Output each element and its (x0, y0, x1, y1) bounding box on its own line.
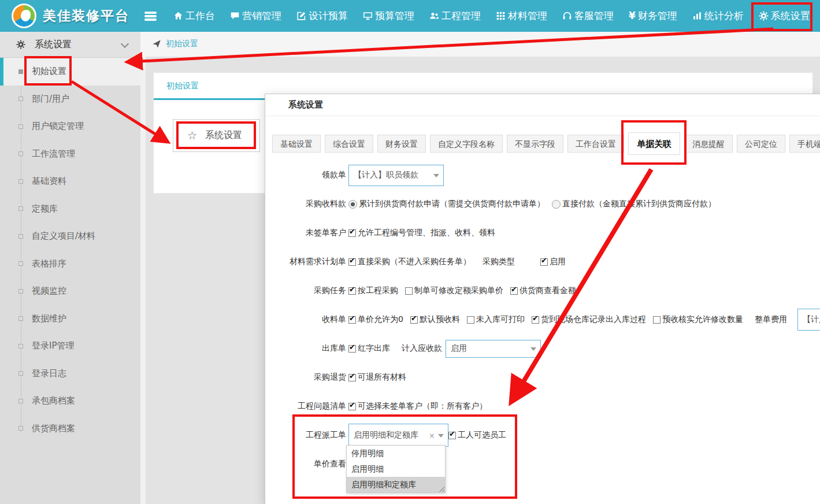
sidebar-item-label: 用户锁定管理 (32, 121, 84, 132)
sidebar-item-视频监控[interactable]: 视频监控 (0, 277, 140, 305)
sidebar-item-定额库[interactable]: 定额库 (0, 195, 140, 223)
nav-item-label: 营销管理 (242, 9, 281, 23)
select-收料单[interactable]: 【计入 (797, 309, 820, 331)
dialog-tab-消息提醒[interactable]: 消息提醒 (684, 135, 733, 153)
sidebar-item-基础资料[interactable]: 基础资料 (0, 168, 140, 195)
brand-title: 美佳装修平台 (43, 7, 129, 25)
inline-label: 计入应收款 (402, 343, 442, 354)
form-row-材料需求计划单: 材料需求计划单✔直接采购（不进入采购任务单）采购类型✔启用 (265, 247, 820, 276)
nav-item-设计预算[interactable]: 设计预算 (296, 0, 348, 32)
sidebar-item-登录IP管理[interactable]: 登录IP管理 (0, 332, 140, 360)
checkbox-label: 按工程采购 (358, 286, 398, 296)
sidebar-item-供货商档案[interactable]: 供货商档案 (0, 415, 140, 443)
dialog-tab-工作台设置[interactable]: 工作台设置 (567, 135, 624, 153)
clear-icon[interactable]: × (429, 431, 435, 440)
checkbox[interactable]: ✔ (348, 287, 356, 295)
radio-label: 直接付款（金额直接累计到供货商应付款） (562, 199, 716, 209)
checkbox[interactable]: ✔ (510, 287, 518, 295)
tree-bullet-icon (18, 151, 23, 156)
radio-button[interactable] (552, 200, 561, 209)
breadcrumb-bar: 初始设置 (140, 32, 820, 57)
nav-item-工程管理[interactable]: 工程管理 (429, 0, 481, 32)
dialog-tab-手机端[interactable]: 手机端 (789, 135, 820, 153)
checkbox[interactable]: ✔ (448, 432, 456, 439)
checkbox[interactable]: ✔ (540, 258, 548, 266)
select-value: 【计入】职员领款 (354, 170, 418, 180)
grid-icon (496, 11, 506, 21)
dropdown-option-启用明细[interactable]: 启用明细 (347, 461, 445, 477)
tab-initial-settings[interactable]: 初始设置 (166, 73, 199, 98)
sidebar-item-label: 基础资料 (32, 176, 66, 187)
nav-item-客服管理[interactable]: 客服管理 (562, 0, 614, 32)
tree-bullet-icon (18, 316, 23, 321)
breadcrumb[interactable]: 初始设置 (166, 39, 198, 49)
form-row-收料单: 收料单✔单价允许为0✔默认预收料未入库可打印✔货到现场仓库记录出入库过程预收核实… (265, 305, 820, 334)
nav-item-工作台[interactable]: 工作台 (173, 0, 215, 32)
checkbox[interactable]: ✔ (410, 316, 418, 324)
sidebar-header[interactable]: 系统设置 (0, 32, 140, 58)
nav-item-统计分析[interactable]: 统计分析 (692, 0, 744, 32)
dialog-tab-财务设置[interactable]: 财务设置 (377, 135, 426, 153)
checkbox-label: 可选择未签单客户（即：所有客户） (358, 401, 487, 412)
checkbox-label: 预收核实允许修改数量 (662, 314, 743, 325)
row-label: 采购退货 (265, 372, 346, 383)
users-icon (429, 11, 439, 21)
sidebar-item-自定义项目/材料[interactable]: 自定义项目/材料 (0, 223, 140, 250)
chart-icon (692, 11, 702, 21)
sidebar-item-表格排序[interactable]: 表格排序 (0, 250, 140, 278)
sidebar-item-label: 工作流管理 (32, 149, 75, 160)
sidebar-item-用户锁定管理[interactable]: 用户锁定管理 (0, 113, 140, 140)
nav-item-财务管理[interactable]: ¥财务管理 (629, 0, 677, 32)
sidebar-item-初始设置[interactable]: 初始设置 (0, 58, 140, 86)
select-value: 启用明细和定额库 (354, 430, 418, 440)
sidebar-item-工作流管理[interactable]: 工作流管理 (0, 140, 140, 168)
checkbox[interactable]: ✔ (348, 345, 356, 353)
dialog-tab-单据关联[interactable]: 单据关联 (628, 132, 680, 155)
checkbox[interactable]: ✔ (532, 316, 539, 324)
resize-grip-icon[interactable] (438, 486, 444, 492)
checkbox[interactable]: ✔ (348, 258, 356, 266)
sidebar-item-承包商档案[interactable]: 承包商档案 (0, 387, 140, 415)
checkbox[interactable] (405, 287, 413, 295)
checkbox[interactable]: ✔ (348, 403, 356, 410)
checkbox[interactable]: ✔ (348, 316, 356, 324)
select-出库单[interactable]: 启用 (446, 340, 541, 358)
checkbox[interactable]: ✔ (348, 374, 356, 381)
checkbox-label: 工人可选员工 (458, 430, 506, 440)
checkbox[interactable] (467, 316, 474, 324)
sidebar-item-数据维护[interactable]: 数据维护 (0, 305, 140, 333)
hamburger-menu-icon[interactable] (144, 12, 157, 14)
select-领款单[interactable]: 【计入】职员领款 (348, 165, 444, 186)
sidebar-item-label: 供货商档案 (32, 423, 75, 434)
checkbox-label: 可退所有材料 (358, 372, 406, 383)
system-settings-shortcut-button[interactable]: ☆ 系统设置 (173, 119, 260, 152)
checkbox[interactable]: ✔ (348, 229, 356, 237)
dialog-tab-公司定位[interactable]: 公司定位 (737, 135, 785, 153)
checkbox[interactable] (653, 316, 661, 324)
content-left-strip (140, 57, 146, 504)
dropdown-option-启用明细和定额库[interactable]: 启用明细和定额库 (347, 477, 445, 492)
sidebar-item-部门/用户[interactable]: 部门/用户 (0, 86, 140, 113)
select-工程派工单[interactable]: 启用明细和定额库× (348, 424, 448, 447)
radio-button[interactable] (348, 200, 357, 209)
nav-item-系统设置[interactable]: 系统设置 (759, 0, 810, 32)
dialog-tab-基础设置[interactable]: 基础设置 (272, 135, 321, 153)
nav-item-预算管理[interactable]: 预算管理 (363, 0, 414, 32)
form-row-工程问题清单: 工程问题清单✔可选择未签单客户（即：所有客户） (265, 392, 820, 421)
star-icon: ☆ (187, 130, 197, 141)
dropdown-option-停用明细[interactable]: 停用明细 (347, 446, 445, 461)
sidebar-item-label: 初始设置 (32, 66, 66, 77)
caret-down-icon (530, 347, 536, 351)
nav-item-营销管理[interactable]: 营销管理 (230, 0, 281, 32)
dialog-tab-不显示字段[interactable]: 不显示字段 (507, 135, 563, 153)
dialog-tab-自定义字段名称[interactable]: 自定义字段名称 (430, 135, 503, 153)
row-label: 单价查看 (265, 459, 346, 469)
navigation-arrow-icon (152, 39, 161, 49)
inline-label: 采购类型 (483, 257, 515, 267)
nav-item-材料管理[interactable]: 材料管理 (496, 0, 547, 32)
checkbox-label: 允许工程编号管理、指派、收料、领料 (358, 228, 495, 238)
nav-item-label: 客服管理 (574, 9, 614, 23)
dialog-tab-综合设置[interactable]: 综合设置 (325, 135, 373, 153)
nav-item-label: 工作台 (185, 9, 215, 23)
sidebar-item-登录日志[interactable]: 登录日志 (0, 360, 140, 388)
